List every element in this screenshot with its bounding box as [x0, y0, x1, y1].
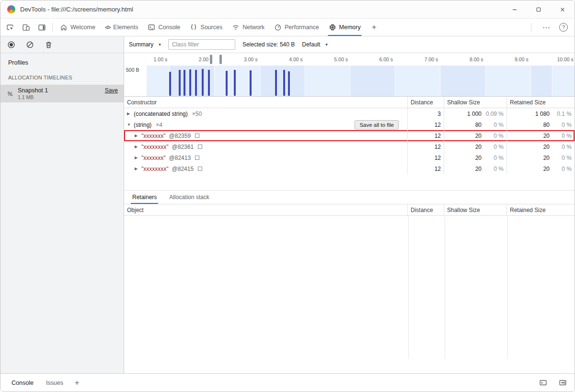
column-header-distance[interactable]: Distance — [407, 97, 444, 108]
timeline-chart[interactable]: 500 B — [124, 66, 575, 96]
close-button[interactable] — [551, 0, 575, 18]
expand-arrow-icon[interactable]: ▶ — [135, 156, 141, 160]
allocation-bar — [169, 72, 171, 96]
allocation-bar — [288, 71, 290, 96]
expand-arrow-icon[interactable]: ▶ — [135, 145, 141, 149]
tab-sources[interactable]: Sources — [185, 19, 227, 36]
expand-arrow-icon[interactable]: ▶ — [135, 167, 141, 171]
record-allocation-button[interactable] — [7, 41, 15, 49]
allocation-bar — [202, 69, 204, 96]
tab-performance[interactable]: Performance — [269, 19, 324, 36]
snapshot-size: 1.1 MB — [18, 94, 118, 100]
add-drawer-tab-button[interactable]: + — [69, 379, 84, 387]
devtools-window: DevTools - file:///C:/screens/memory.htm… — [0, 0, 575, 392]
allocation-bar — [234, 70, 236, 96]
perspective-select[interactable]: Summary ▾ — [129, 41, 161, 48]
column-header-retained-size[interactable]: Retained Size — [506, 204, 575, 215]
inspect-element-button[interactable] — [6, 23, 14, 32]
tab-memory[interactable]: Memory — [324, 19, 366, 36]
maximize-icon — [536, 7, 541, 12]
preview-checkbox[interactable] — [195, 134, 199, 138]
tab-label: Console — [158, 24, 180, 31]
allocation-bar — [283, 70, 285, 96]
delete-profile-button[interactable] — [45, 41, 53, 49]
preview-checkbox[interactable] — [195, 156, 199, 160]
heap-row-string-instance[interactable]: ▶ "xxxxxxx" @82413 12 200 % 200 % — [124, 152, 575, 163]
string-value: "xxxxxxx" — [141, 155, 166, 161]
tick-label: 6.00 s — [350, 53, 395, 66]
tick-label: 7.00 s — [395, 53, 440, 66]
column-divider — [507, 216, 508, 359]
expand-arrow-icon[interactable]: ▶ — [127, 112, 134, 116]
maximize-button[interactable] — [527, 0, 551, 18]
add-panel-button[interactable]: + — [366, 19, 383, 36]
save-all-to-file-button[interactable]: Save all to file — [355, 120, 399, 130]
device-toolbar-button[interactable] — [22, 23, 30, 32]
preview-checkbox[interactable] — [198, 167, 202, 171]
timeline-ruler[interactable]: 1.00 s 2.00 s 3.00 s 4.00 s 5.00 s 6.00 … — [124, 53, 575, 66]
shallow-size-value: 20 — [475, 144, 482, 150]
tab-welcome[interactable]: Welcome — [55, 19, 100, 36]
shallow-size-value: 20 — [475, 166, 482, 172]
home-icon — [60, 23, 68, 31]
distance-value: 12 — [407, 130, 444, 141]
column-header-shallow-size[interactable]: Shallow Size — [444, 204, 506, 215]
tick-label: 4.00 s — [260, 53, 305, 66]
clear-icon — [26, 41, 34, 49]
help-button[interactable]: ? — [559, 23, 568, 32]
column-divider — [408, 216, 409, 359]
preview-checkbox[interactable] — [198, 145, 202, 149]
selection-handle-left[interactable] — [210, 55, 212, 64]
profiles-sidebar: Profiles ALLOCATION TIMELINES Snapshot 1… — [0, 36, 124, 373]
more-options-button[interactable]: ⋯ — [542, 23, 551, 32]
heap-row-string-instance-selected[interactable]: ▶ "xxxxxxx" @82359 12 200 % 200 % — [124, 130, 575, 141]
scope-value: Default — [302, 41, 320, 48]
tab-label: Network — [242, 24, 264, 31]
tab-allocation-stack[interactable]: Allocation stack — [163, 190, 215, 204]
minimize-button[interactable] — [503, 0, 527, 18]
shallow-size-percent: 0.09 % — [482, 111, 504, 117]
drawer-tab-console[interactable]: Console — [5, 374, 40, 392]
column-header-shallow-size[interactable]: Shallow Size — [444, 97, 506, 108]
retained-size-value: 80 — [543, 122, 550, 128]
retained-size-percent: 0 % — [550, 166, 572, 172]
class-filter-input[interactable] — [168, 39, 235, 50]
dock-side-button[interactable] — [38, 23, 46, 32]
perspective-value: Summary — [129, 41, 153, 48]
expand-arrow-icon[interactable]: ▶ — [135, 134, 141, 138]
tab-label: Sources — [200, 24, 222, 31]
selection-handle-right[interactable] — [219, 55, 222, 64]
scope-select[interactable]: Default ▾ — [302, 41, 328, 48]
record-icon — [7, 41, 15, 49]
tab-retainers[interactable]: Retainers — [126, 190, 163, 204]
column-header-retained-size[interactable]: Retained Size — [506, 97, 575, 108]
save-snapshot-link[interactable]: Save — [105, 87, 118, 94]
tab-console[interactable]: Console — [143, 19, 185, 36]
heap-row-string-instance[interactable]: ▶ "xxxxxxxx" @82415 12 200 % 200 % — [124, 163, 575, 174]
heap-row-concatenated-string[interactable]: ▶ (concatenated string) ×50 3 1 0000.09 … — [124, 108, 575, 119]
instance-count: ×4 — [156, 122, 162, 128]
column-header-constructor[interactable]: Constructor — [124, 97, 407, 108]
expand-panel-button[interactable] — [559, 379, 567, 387]
allocation-timeline: 1.00 s 2.00 s 3.00 s 4.00 s 5.00 s 6.00 … — [124, 53, 575, 97]
heap-grid-empty-space — [124, 174, 575, 190]
retained-size-percent: 0 % — [550, 122, 572, 128]
column-header-object[interactable]: Object — [124, 204, 407, 215]
instance-count: ×50 — [192, 111, 202, 117]
heap-row-string-instance[interactable]: ▶ "xxxxxxxx" @82361 12 200 % 200 % — [124, 141, 575, 152]
heap-row-string-group[interactable]: ▼ (string) ×4 Save all to file 12 800 % … — [124, 119, 575, 130]
collapse-arrow-icon[interactable]: ▼ — [127, 123, 134, 127]
drawer-tab-issues[interactable]: Issues — [40, 374, 69, 392]
tab-elements[interactable]: </> Elements — [100, 19, 143, 36]
console-drawer-button[interactable] — [539, 379, 547, 387]
clear-profiles-button[interactable] — [26, 41, 34, 49]
retained-size-value: 20 — [543, 133, 550, 139]
distance-value: 12 — [407, 141, 444, 152]
column-header-distance[interactable]: Distance — [407, 204, 444, 215]
tab-network[interactable]: Network — [227, 19, 269, 36]
distance-value: 12 — [407, 152, 444, 163]
snapshot-item[interactable]: Snapshot 1 Save 1.1 MB — [0, 85, 124, 102]
retainers-grid-header: Object Distance Shallow Size Retained Si… — [124, 204, 575, 216]
object-id: @82359 — [169, 133, 191, 139]
shallow-size-value: 1 000 — [467, 111, 482, 117]
